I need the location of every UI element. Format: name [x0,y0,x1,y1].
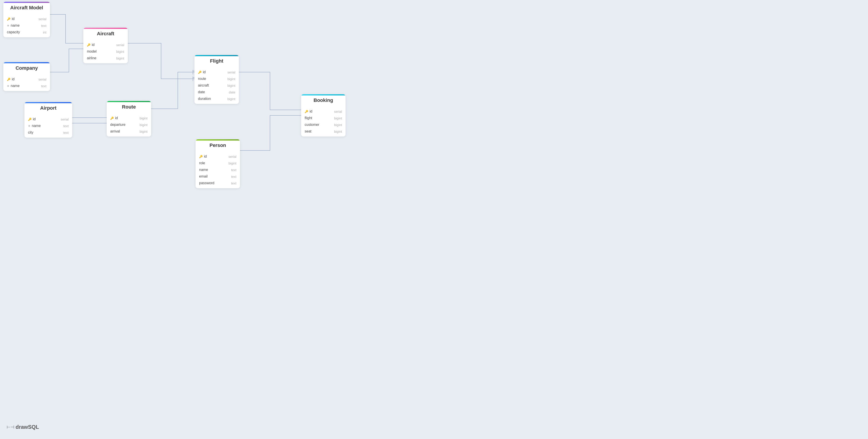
table-title: Person [210,142,226,148]
table-header-aircraft-model: Aircraft Model [3,2,50,14]
table-row: departure bigint [107,122,151,128]
table-header-route: Route [107,101,151,113]
table-row: customer bigint [301,122,346,128]
key-icon: 🔑 [305,110,308,113]
table-row: ✳ name text [25,123,72,129]
table-row: date date [194,89,239,95]
table-row: capacity int [3,29,50,35]
table-header-airport: Airport [25,102,72,114]
drawsql-logo: ⊢⊣ drawSQL [7,424,39,430]
table-aircraft-model[interactable]: Aircraft Model 🔑 id serial ✳ name text c… [3,2,50,37]
key-icon: 🔑 [87,43,90,46]
table-company[interactable]: Company 🔑 id serial ✳ name text [3,62,50,91]
table-row: 🔑 id serial [25,116,72,123]
key-icon: 🔑 [199,155,203,158]
table-row: role bigint [195,160,240,166]
table-title: Route [122,104,136,110]
table-header-booking: Booking [301,94,346,106]
asterisk-icon: ✳ [7,24,9,27]
key-icon: 🔑 [7,17,10,21]
table-row: email text [195,173,240,180]
table-row: name text [195,166,240,173]
table-row: 🔑 id serial [83,41,128,48]
table-aircraft[interactable]: Aircraft 🔑 id serial model bigint airlin… [83,28,128,63]
table-flight[interactable]: Flight 🔑 id serial route bigint aircraft… [194,55,239,104]
logo-text: drawSQL [16,424,39,430]
table-row: ✳ name text [3,82,50,89]
table-header-person: Person [195,139,240,151]
connections-layer [0,0,868,439]
key-icon: 🔑 [7,78,10,81]
table-row: 🔑 id serial [3,76,50,82]
table-airport[interactable]: Airport 🔑 id serial ✳ name text city tex… [25,102,72,138]
table-row: 🔑 id bigint [107,115,151,122]
table-header-flight: Flight [194,55,239,67]
table-header-company: Company [3,62,50,74]
table-row: duration bigint [194,95,239,102]
table-booking[interactable]: Booking 🔑 id serial flight bigint custom… [301,94,346,136]
logo-icon: ⊢⊣ [7,424,14,430]
table-row: ✳ name text [3,22,50,29]
table-title: Aircraft Model [10,5,43,10]
table-row: aircraft bigint [194,82,239,89]
key-icon: 🔑 [198,71,202,74]
table-person[interactable]: Person 🔑 id serial role bigint name text… [195,139,240,188]
canvas: Aircraft Model 🔑 id serial ✳ name text c… [0,0,868,439]
table-title: Airport [40,105,57,111]
asterisk-icon: ✳ [28,124,30,128]
table-title: Aircraft [97,31,114,36]
table-row: arrival bigint [107,128,151,135]
table-title: Flight [210,58,223,64]
table-row: 🔑 id serial [194,69,239,75]
table-header-aircraft: Aircraft [83,28,128,40]
key-icon: 🔑 [28,117,32,121]
asterisk-icon: ✳ [7,85,9,88]
table-row: airline bigint [83,55,128,62]
table-row: 🔑 id serial [301,108,346,115]
table-title: Company [16,65,38,71]
table-title: Booking [314,97,333,103]
table-row: seat bigint [301,128,346,135]
table-row: 🔑 id serial [3,15,50,22]
table-route[interactable]: Route 🔑 id bigint departure bigint arriv… [107,101,151,136]
table-row: model bigint [83,48,128,55]
table-row: 🔑 id serial [195,153,240,160]
table-row: route bigint [194,75,239,82]
table-row: password text [195,180,240,187]
table-row: city text [25,129,72,136]
table-row: flight bigint [301,115,346,122]
key-icon: 🔑 [110,116,114,120]
